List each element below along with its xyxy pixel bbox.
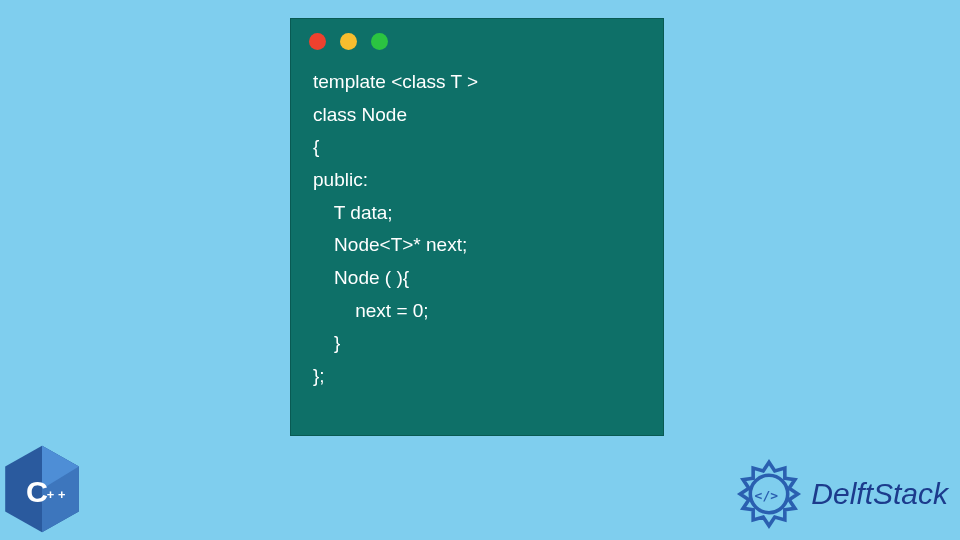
code-line: Node<T>* next; [313, 234, 467, 255]
svg-text:</>: </> [755, 488, 779, 503]
code-line: next = 0; [313, 300, 429, 321]
delftstack-logo: </> DelftStack [733, 458, 948, 530]
code-line: public: [313, 169, 368, 190]
code-line: Node ( ){ [313, 267, 409, 288]
code-line: template <class T > [313, 71, 478, 92]
code-line: } [313, 332, 340, 353]
svg-text:+: + [58, 487, 65, 502]
code-body: template <class T > class Node { public:… [291, 56, 663, 411]
close-icon[interactable] [309, 33, 326, 50]
code-line: T data; [313, 202, 393, 223]
svg-text:+: + [47, 487, 54, 502]
maximize-icon[interactable] [371, 33, 388, 50]
code-line: { [313, 136, 319, 157]
minimize-icon[interactable] [340, 33, 357, 50]
code-line: class Node [313, 104, 407, 125]
delftstack-emblem-icon: </> [733, 458, 805, 530]
svg-text:C: C [26, 474, 48, 508]
code-line: }; [313, 365, 325, 386]
cpp-logo-icon: C + + [2, 444, 82, 534]
window-titlebar [291, 19, 663, 56]
code-window: template <class T > class Node { public:… [290, 18, 664, 436]
delftstack-text: DelftStack [811, 477, 948, 511]
